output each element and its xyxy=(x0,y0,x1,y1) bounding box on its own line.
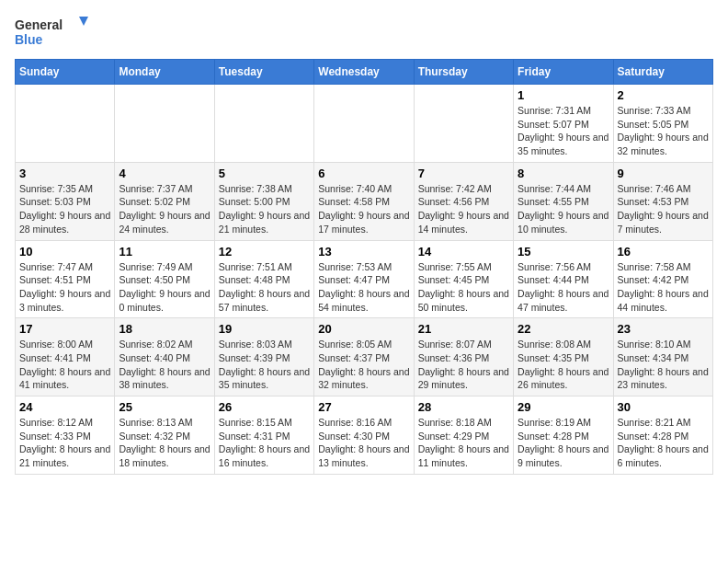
day-info: Sunrise: 7:56 AM Sunset: 4:44 PM Dayligh… xyxy=(518,260,609,315)
day-number: 24 xyxy=(19,400,110,414)
day-number: 14 xyxy=(418,245,509,259)
calendar-cell: 27Sunrise: 8:16 AM Sunset: 4:30 PM Dayli… xyxy=(314,396,414,475)
calendar-cell xyxy=(314,85,414,163)
calendar-cell: 14Sunrise: 7:55 AM Sunset: 4:45 PM Dayli… xyxy=(414,240,513,318)
day-number: 3 xyxy=(19,167,110,180)
day-info: Sunrise: 8:02 AM Sunset: 4:40 PM Dayligh… xyxy=(119,338,210,392)
day-info: Sunrise: 7:58 AM Sunset: 4:42 PM Dayligh… xyxy=(618,260,709,315)
week-row-4: 24Sunrise: 8:12 AM Sunset: 4:33 PM Dayli… xyxy=(16,396,713,475)
calendar-cell xyxy=(16,85,115,163)
day-info: Sunrise: 8:05 AM Sunset: 4:37 PM Dayligh… xyxy=(318,338,409,392)
day-number: 20 xyxy=(318,322,409,336)
week-row-3: 17Sunrise: 8:00 AM Sunset: 4:41 PM Dayli… xyxy=(16,318,713,396)
day-info: Sunrise: 7:46 AM Sunset: 4:53 PM Dayligh… xyxy=(618,182,709,236)
calendar-cell: 8Sunrise: 7:44 AM Sunset: 4:55 PM Daylig… xyxy=(514,162,613,240)
day-number: 27 xyxy=(318,400,409,414)
day-info: Sunrise: 8:18 AM Sunset: 4:29 PM Dayligh… xyxy=(418,416,509,470)
svg-marker-2 xyxy=(79,17,88,26)
header-friday: Friday xyxy=(514,60,613,85)
calendar-cell: 3Sunrise: 7:35 AM Sunset: 5:03 PM Daylig… xyxy=(16,162,115,240)
day-info: Sunrise: 7:51 AM Sunset: 4:48 PM Dayligh… xyxy=(219,260,310,315)
day-number: 1 xyxy=(518,88,609,102)
day-number: 29 xyxy=(518,400,609,414)
day-number: 15 xyxy=(518,245,609,259)
calendar-cell: 2Sunrise: 7:33 AM Sunset: 5:05 PM Daylig… xyxy=(613,85,712,163)
day-number: 7 xyxy=(418,167,509,180)
day-number: 28 xyxy=(418,400,509,414)
day-info: Sunrise: 8:21 AM Sunset: 4:28 PM Dayligh… xyxy=(618,416,709,470)
calendar-cell: 5Sunrise: 7:38 AM Sunset: 5:00 PM Daylig… xyxy=(214,162,313,240)
calendar-cell: 4Sunrise: 7:37 AM Sunset: 5:02 PM Daylig… xyxy=(115,162,214,240)
calendar-cell: 22Sunrise: 8:08 AM Sunset: 4:35 PM Dayli… xyxy=(514,318,613,396)
calendar-cell: 13Sunrise: 7:53 AM Sunset: 4:47 PM Dayli… xyxy=(314,240,414,318)
calendar-cell: 18Sunrise: 8:02 AM Sunset: 4:40 PM Dayli… xyxy=(115,318,214,396)
week-row-1: 3Sunrise: 7:35 AM Sunset: 5:03 PM Daylig… xyxy=(16,162,713,240)
day-info: Sunrise: 7:37 AM Sunset: 5:02 PM Dayligh… xyxy=(119,182,210,236)
calendar-cell: 20Sunrise: 8:05 AM Sunset: 4:37 PM Dayli… xyxy=(314,318,414,396)
calendar-cell: 19Sunrise: 8:03 AM Sunset: 4:39 PM Dayli… xyxy=(214,318,313,396)
calendar-cell: 30Sunrise: 8:21 AM Sunset: 4:28 PM Dayli… xyxy=(613,396,712,475)
day-info: Sunrise: 7:49 AM Sunset: 4:50 PM Dayligh… xyxy=(119,260,210,315)
logo: General Blue xyxy=(15,15,88,52)
calendar-cell xyxy=(414,85,513,163)
calendar-cell: 12Sunrise: 7:51 AM Sunset: 4:48 PM Dayli… xyxy=(214,240,313,318)
calendar-cell xyxy=(115,85,214,163)
svg-text:General: General xyxy=(15,17,63,32)
calendar-cell: 15Sunrise: 7:56 AM Sunset: 4:44 PM Dayli… xyxy=(514,240,613,318)
calendar-cell: 23Sunrise: 8:10 AM Sunset: 4:34 PM Dayli… xyxy=(613,318,712,396)
header-sunday: Sunday xyxy=(16,60,115,85)
generalblue-logo: General Blue xyxy=(15,15,88,52)
calendar-body: 1Sunrise: 7:31 AM Sunset: 5:07 PM Daylig… xyxy=(16,85,713,475)
day-number: 22 xyxy=(518,322,609,336)
calendar-table: SundayMondayTuesdayWednesdayThursdayFrid… xyxy=(15,59,713,475)
header-monday: Monday xyxy=(115,60,214,85)
day-info: Sunrise: 8:16 AM Sunset: 4:30 PM Dayligh… xyxy=(318,416,409,470)
calendar-cell: 25Sunrise: 8:13 AM Sunset: 4:32 PM Dayli… xyxy=(115,396,214,475)
day-number: 8 xyxy=(518,167,609,180)
day-info: Sunrise: 7:31 AM Sunset: 5:07 PM Dayligh… xyxy=(518,104,609,158)
week-row-2: 10Sunrise: 7:47 AM Sunset: 4:51 PM Dayli… xyxy=(16,240,713,318)
calendar-cell: 24Sunrise: 8:12 AM Sunset: 4:33 PM Dayli… xyxy=(16,396,115,475)
day-info: Sunrise: 7:53 AM Sunset: 4:47 PM Dayligh… xyxy=(318,260,409,315)
day-info: Sunrise: 8:08 AM Sunset: 4:35 PM Dayligh… xyxy=(518,338,609,392)
day-number: 21 xyxy=(418,322,509,336)
calendar-cell: 7Sunrise: 7:42 AM Sunset: 4:56 PM Daylig… xyxy=(414,162,513,240)
calendar-cell xyxy=(214,85,313,163)
day-number: 23 xyxy=(618,322,709,336)
day-number: 6 xyxy=(318,167,409,180)
day-number: 26 xyxy=(219,400,310,414)
calendar-cell: 1Sunrise: 7:31 AM Sunset: 5:07 PM Daylig… xyxy=(514,85,613,163)
day-info: Sunrise: 7:42 AM Sunset: 4:56 PM Dayligh… xyxy=(418,182,509,236)
calendar-cell: 16Sunrise: 7:58 AM Sunset: 4:42 PM Dayli… xyxy=(613,240,712,318)
day-number: 16 xyxy=(618,245,709,259)
day-info: Sunrise: 7:44 AM Sunset: 4:55 PM Dayligh… xyxy=(518,182,609,236)
day-info: Sunrise: 8:12 AM Sunset: 4:33 PM Dayligh… xyxy=(19,416,110,470)
calendar-cell: 10Sunrise: 7:47 AM Sunset: 4:51 PM Dayli… xyxy=(16,240,115,318)
day-info: Sunrise: 8:13 AM Sunset: 4:32 PM Dayligh… xyxy=(119,416,210,470)
day-number: 10 xyxy=(19,245,110,259)
day-info: Sunrise: 7:55 AM Sunset: 4:45 PM Dayligh… xyxy=(418,260,509,315)
header-saturday: Saturday xyxy=(613,60,712,85)
calendar-cell: 29Sunrise: 8:19 AM Sunset: 4:28 PM Dayli… xyxy=(514,396,613,475)
calendar-cell: 26Sunrise: 8:15 AM Sunset: 4:31 PM Dayli… xyxy=(214,396,313,475)
header-wednesday: Wednesday xyxy=(314,60,414,85)
day-number: 18 xyxy=(119,322,210,336)
day-info: Sunrise: 7:47 AM Sunset: 4:51 PM Dayligh… xyxy=(19,260,110,315)
calendar-cell: 21Sunrise: 8:07 AM Sunset: 4:36 PM Dayli… xyxy=(414,318,513,396)
day-number: 25 xyxy=(119,400,210,414)
day-number: 5 xyxy=(219,167,310,180)
calendar-cell: 6Sunrise: 7:40 AM Sunset: 4:58 PM Daylig… xyxy=(314,162,414,240)
day-info: Sunrise: 7:33 AM Sunset: 5:05 PM Dayligh… xyxy=(618,104,709,158)
day-number: 19 xyxy=(219,322,310,336)
day-info: Sunrise: 8:15 AM Sunset: 4:31 PM Dayligh… xyxy=(219,416,310,470)
day-info: Sunrise: 7:38 AM Sunset: 5:00 PM Dayligh… xyxy=(219,182,310,236)
day-info: Sunrise: 7:35 AM Sunset: 5:03 PM Dayligh… xyxy=(19,182,110,236)
svg-text:Blue: Blue xyxy=(15,32,43,47)
header-thursday: Thursday xyxy=(414,60,513,85)
calendar-cell: 11Sunrise: 7:49 AM Sunset: 4:50 PM Dayli… xyxy=(115,240,214,318)
day-info: Sunrise: 8:03 AM Sunset: 4:39 PM Dayligh… xyxy=(219,338,310,392)
day-number: 2 xyxy=(618,88,709,102)
calendar-cell: 17Sunrise: 8:00 AM Sunset: 4:41 PM Dayli… xyxy=(16,318,115,396)
day-number: 17 xyxy=(19,322,110,336)
calendar-cell: 9Sunrise: 7:46 AM Sunset: 4:53 PM Daylig… xyxy=(613,162,712,240)
